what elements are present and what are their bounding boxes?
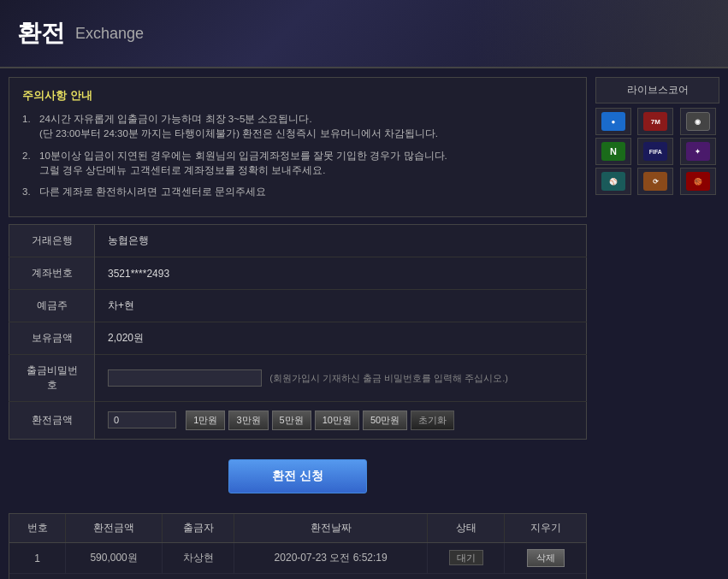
account-label: 계좌번호 (9, 257, 95, 290)
history-section: 번호 환전금액 출금자 환전날짜 상태 지우기 1 590,000원 차상현 2… (9, 513, 587, 579)
cell-date: 2020-07-23 오전 6:52:19 (234, 543, 428, 574)
col-date: 환전날짜 (234, 514, 428, 543)
btn-100k[interactable]: 10만원 (315, 411, 359, 430)
btn-30k[interactable]: 3만원 (228, 411, 268, 430)
balance-value: 2,020원 (95, 322, 587, 355)
icon-uel[interactable]: ✦ (680, 138, 716, 165)
btn-reset[interactable]: 초기화 (411, 411, 454, 430)
password-row: 출금비밀번호 (회원가입시 기재하신 출금 비밀번호를 입력해 주십시오.) (9, 355, 587, 402)
cell-delete: 삭제 (505, 543, 586, 574)
icon-7m[interactable]: 7M (637, 108, 673, 135)
icon-live1[interactable]: ● (595, 108, 631, 135)
notice-title: 주의사항 안내 (22, 88, 573, 103)
list-item: 24시간 자유롭게 입출금이 가능하며 최장 3~5분 소요됩니다.(단 23:… (22, 112, 573, 142)
depositor-value: 차+현 (95, 290, 587, 322)
main-layout: 주의사항 안내 24시간 자유롭게 입출금이 가능하며 최장 3~5분 소요됩니… (0, 68, 728, 579)
col-status: 상태 (428, 514, 505, 543)
left-content: 주의사항 안내 24시간 자유롭게 입출금이 가능하며 최장 3~5분 소요됩니… (9, 77, 587, 579)
icon-live2[interactable]: ⟳ (637, 168, 673, 195)
account-value: 3521****2493 (95, 257, 587, 290)
depositor-row: 예금주 차+현 (9, 290, 587, 322)
amount-row: 환전금액 1만원 3만원 5만원 10만원 50만원 초기화 (9, 402, 587, 440)
btn-10k[interactable]: 1만원 (186, 411, 225, 430)
sidebar-icons: ● 7M ◉ N FIFA ✦ ⚾ ⟳ 🏀 (595, 108, 719, 195)
balance-label: 보유금액 (9, 322, 95, 355)
btn-50k[interactable]: 5만원 (272, 411, 311, 430)
right-sidebar: 라이브스코어 ● 7M ◉ N FIFA ✦ ⚾ ⟳ (595, 77, 719, 579)
submit-button[interactable]: 환전 신청 (228, 459, 367, 493)
header-title-kr: 환전 (17, 17, 65, 50)
bank-label: 거래은행 (9, 225, 95, 257)
bank-value: 농협은행 (95, 225, 587, 257)
account-row: 계좌번호 3521****2493 (9, 257, 587, 290)
amount-label: 환전금액 (9, 402, 95, 440)
password-hint: (회원가입시 기재하신 출금 비밀번호를 입력해 주십시오.) (269, 373, 508, 383)
password-label: 출금비밀번호 (9, 355, 95, 402)
status-badge: 대기 (449, 550, 483, 565)
amount-buttons: 1만원 3만원 5만원 10만원 50만원 초기화 (186, 411, 454, 430)
password-input[interactable] (108, 369, 262, 387)
history-table: 번호 환전금액 출금자 환전날짜 상태 지우기 1 590,000원 차상현 2… (9, 514, 586, 574)
col-no: 번호 (9, 514, 66, 543)
header-title-en: Exchange (75, 25, 144, 43)
depositor-label: 예금주 (9, 290, 95, 322)
bank-row: 거래은행 농협은행 (9, 225, 587, 257)
list-item: 10분이상 입금이 지연된 경우에는 회원님의 입금계좌정보를 잘못 기입한 경… (22, 149, 573, 179)
icon-baseball[interactable]: ⚾ (595, 168, 631, 195)
cell-withdrawer: 차상현 (162, 543, 234, 574)
btn-500k[interactable]: 50만원 (363, 411, 407, 430)
history-header-row: 번호 환전금액 출금자 환전날짜 상태 지우기 (9, 514, 586, 543)
list-item: 다른 계좌로 환전하시려면 고객센터로 문의주세요 (22, 185, 573, 199)
col-delete: 지우기 (505, 514, 586, 543)
cell-status: 대기 (428, 543, 505, 574)
notice-list: 24시간 자유롭게 입출금이 가능하며 최장 3~5분 소요됩니다.(단 23:… (22, 112, 573, 199)
pagination: 처음 이전 1 다음 끝 (9, 574, 586, 579)
balance-row: 보유금액 2,020원 (9, 322, 587, 355)
col-withdrawer: 출금자 (162, 514, 234, 543)
notice-box: 주의사항 안내 24시간 자유롭게 입출금이 가능하며 최장 3~5분 소요됩니… (9, 77, 587, 217)
icon-naver[interactable]: N (595, 138, 631, 165)
cell-amount: 590,000원 (66, 543, 163, 574)
table-row: 1 590,000원 차상현 2020-07-23 오전 6:52:19 대기 … (9, 543, 586, 574)
submit-container: 환전 신청 (9, 446, 587, 506)
icon-fifa[interactable]: FIFA (637, 138, 673, 165)
delete-button[interactable]: 삭제 (527, 549, 565, 567)
form-table: 거래은행 농협은행 계좌번호 3521****2493 예금주 차+현 보유금액… (9, 224, 587, 440)
cell-no: 1 (9, 543, 66, 574)
amount-input[interactable] (108, 411, 176, 428)
icon-nba[interactable]: 🏀 (680, 168, 716, 195)
sidebar-title: 라이브스코어 (595, 77, 719, 103)
icon-score1[interactable]: ◉ (680, 108, 716, 135)
header: 환전 Exchange (0, 0, 728, 68)
col-amount: 환전금액 (66, 514, 163, 543)
